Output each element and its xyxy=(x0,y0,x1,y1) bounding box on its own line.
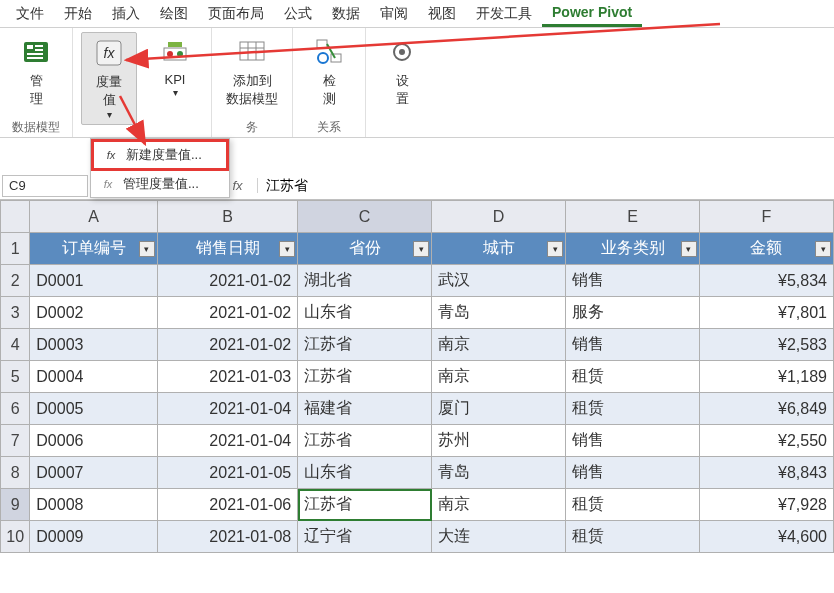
row-header[interactable]: 7 xyxy=(1,425,30,457)
row-header[interactable]: 8 xyxy=(1,457,30,489)
menu-home[interactable]: 开始 xyxy=(54,1,102,27)
cell-amount[interactable]: ¥5,834 xyxy=(699,265,833,297)
cell-date[interactable]: 2021-01-04 xyxy=(157,425,297,457)
header-biz-type[interactable]: 业务类别▾ xyxy=(566,233,700,265)
formula-input[interactable] xyxy=(258,175,834,197)
col-header-C[interactable]: C xyxy=(298,201,432,233)
header-amount[interactable]: 金额▾ xyxy=(699,233,833,265)
row-header[interactable]: 2 xyxy=(1,265,30,297)
filter-icon[interactable]: ▾ xyxy=(413,241,429,257)
cell-order-id[interactable]: D0001 xyxy=(30,265,158,297)
col-header-E[interactable]: E xyxy=(566,201,700,233)
cell-amount[interactable]: ¥2,550 xyxy=(699,425,833,457)
menu-insert[interactable]: 插入 xyxy=(102,1,150,27)
cell-type[interactable]: 销售 xyxy=(566,457,700,489)
row-header-1[interactable]: 1 xyxy=(1,233,30,265)
row-header[interactable]: 10 xyxy=(1,521,30,553)
cell-amount[interactable]: ¥2,583 xyxy=(699,329,833,361)
menu-developer[interactable]: 开发工具 xyxy=(466,1,542,27)
filter-icon[interactable]: ▾ xyxy=(547,241,563,257)
cell-amount[interactable]: ¥8,843 xyxy=(699,457,833,489)
cell-province[interactable]: 江苏省 xyxy=(298,425,432,457)
menu-data[interactable]: 数据 xyxy=(322,1,370,27)
cell-type[interactable]: 服务 xyxy=(566,297,700,329)
measure-button[interactable]: fx 度量 值 ▾ xyxy=(81,32,137,125)
cell-order-id[interactable]: D0003 xyxy=(30,329,158,361)
cell-type[interactable]: 销售 xyxy=(566,265,700,297)
cell-city[interactable]: 青岛 xyxy=(432,457,566,489)
row-header[interactable]: 3 xyxy=(1,297,30,329)
filter-icon[interactable]: ▾ xyxy=(815,241,831,257)
cell-city[interactable]: 大连 xyxy=(432,521,566,553)
cell-amount[interactable]: ¥7,928 xyxy=(699,489,833,521)
menu-review[interactable]: 审阅 xyxy=(370,1,418,27)
cell-type[interactable]: 销售 xyxy=(566,329,700,361)
cell-province[interactable]: 福建省 xyxy=(298,393,432,425)
cell-province[interactable]: 辽宁省 xyxy=(298,521,432,553)
menu-draw[interactable]: 绘图 xyxy=(150,1,198,27)
cell-date[interactable]: 2021-01-02 xyxy=(157,329,297,361)
row-header[interactable]: 5 xyxy=(1,361,30,393)
cell-date[interactable]: 2021-01-03 xyxy=(157,361,297,393)
cell-order-id[interactable]: D0009 xyxy=(30,521,158,553)
cell-province[interactable]: 山东省 xyxy=(298,297,432,329)
cell-order-id[interactable]: D0007 xyxy=(30,457,158,489)
header-city[interactable]: 城市▾ xyxy=(432,233,566,265)
menu-view[interactable]: 视图 xyxy=(418,1,466,27)
cell-type[interactable]: 销售 xyxy=(566,425,700,457)
cell-city[interactable]: 苏州 xyxy=(432,425,566,457)
cell-city[interactable]: 武汉 xyxy=(432,265,566,297)
new-measure-item[interactable]: fx 新建度量值... xyxy=(91,139,229,171)
cell-order-id[interactable]: D0005 xyxy=(30,393,158,425)
col-header-F[interactable]: F xyxy=(699,201,833,233)
menu-power-pivot[interactable]: Power Pivot xyxy=(542,0,642,27)
col-header-D[interactable]: D xyxy=(432,201,566,233)
menu-page-layout[interactable]: 页面布局 xyxy=(198,1,274,27)
cell-date[interactable]: 2021-01-02 xyxy=(157,265,297,297)
menu-formulas[interactable]: 公式 xyxy=(274,1,322,27)
cell-order-id[interactable]: D0004 xyxy=(30,361,158,393)
col-header-B[interactable]: B xyxy=(157,201,297,233)
cell-date[interactable]: 2021-01-04 xyxy=(157,393,297,425)
cell-type[interactable]: 租赁 xyxy=(566,489,700,521)
cell-amount[interactable]: ¥4,600 xyxy=(699,521,833,553)
cell-type[interactable]: 租赁 xyxy=(566,521,700,553)
cell-date[interactable]: 2021-01-08 xyxy=(157,521,297,553)
cell-type[interactable]: 租赁 xyxy=(566,361,700,393)
filter-icon[interactable]: ▾ xyxy=(279,241,295,257)
cell-province[interactable]: 江苏省 xyxy=(298,489,432,521)
header-province[interactable]: 省份▾ xyxy=(298,233,432,265)
add-to-model-button[interactable]: 添加到 数据模型 xyxy=(220,32,284,112)
cell-city[interactable]: 青岛 xyxy=(432,297,566,329)
menu-file[interactable]: 文件 xyxy=(6,1,54,27)
cell-type[interactable]: 租赁 xyxy=(566,393,700,425)
manage-measure-item[interactable]: fx 管理度量值... xyxy=(91,171,229,197)
filter-icon[interactable]: ▾ xyxy=(139,241,155,257)
cell-amount[interactable]: ¥1,189 xyxy=(699,361,833,393)
cell-province[interactable]: 山东省 xyxy=(298,457,432,489)
row-header[interactable]: 4 xyxy=(1,329,30,361)
settings-button[interactable]: 设 置 xyxy=(374,32,430,112)
row-header[interactable]: 9 xyxy=(1,489,30,521)
cell-city[interactable]: 南京 xyxy=(432,489,566,521)
kpi-button[interactable]: KPI ▾ xyxy=(147,32,203,102)
cell-order-id[interactable]: D0002 xyxy=(30,297,158,329)
header-sale-date[interactable]: 销售日期▾ xyxy=(157,233,297,265)
cell-city[interactable]: 厦门 xyxy=(432,393,566,425)
cell-province[interactable]: 江苏省 xyxy=(298,329,432,361)
cell-province[interactable]: 江苏省 xyxy=(298,361,432,393)
cell-date[interactable]: 2021-01-02 xyxy=(157,297,297,329)
filter-icon[interactable]: ▾ xyxy=(681,241,697,257)
header-order-id[interactable]: 订单编号▾ xyxy=(30,233,158,265)
cell-date[interactable]: 2021-01-06 xyxy=(157,489,297,521)
name-box[interactable]: C9 xyxy=(2,175,88,197)
cell-province[interactable]: 湖北省 xyxy=(298,265,432,297)
manage-button[interactable]: 管 理 xyxy=(8,32,64,112)
cell-order-id[interactable]: D0008 xyxy=(30,489,158,521)
cell-amount[interactable]: ¥7,801 xyxy=(699,297,833,329)
cell-date[interactable]: 2021-01-05 xyxy=(157,457,297,489)
col-header-A[interactable]: A xyxy=(30,201,158,233)
cell-city[interactable]: 南京 xyxy=(432,361,566,393)
detect-button[interactable]: 检 测 xyxy=(301,32,357,112)
cell-order-id[interactable]: D0006 xyxy=(30,425,158,457)
